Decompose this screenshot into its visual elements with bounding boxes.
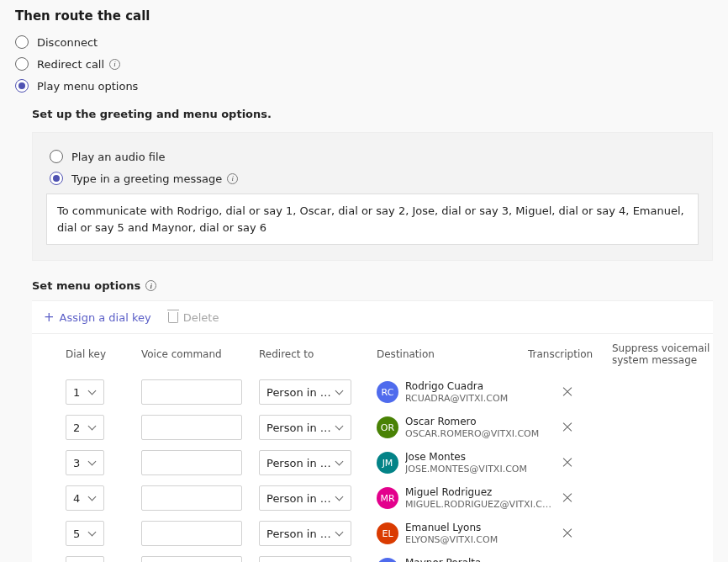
destination-cell: RCRodrigo CuadraRCUADRA@VITXI.COM (377, 380, 553, 405)
redirect-to-value: Person in or... (266, 492, 334, 505)
destination-name: Rodrigo Cuadra (405, 380, 508, 393)
destination-cell: MPMaynor PeraltaMAYNOR@VITXI.COM (377, 557, 553, 562)
redirect-to-value: Person in or... (266, 422, 334, 434)
greeting-option-audio[interactable]: Play an audio file (50, 150, 699, 163)
dial-key-value: 2 (73, 422, 80, 434)
greeting-option-label: Type in a greeting message (71, 172, 222, 185)
voice-command-input[interactable] (141, 415, 242, 440)
delete-button[interactable]: Delete (168, 311, 219, 324)
avatar: MR (377, 487, 398, 509)
redirect-to-select[interactable]: Person in or... (259, 450, 351, 475)
clear-destination-button[interactable] (562, 386, 573, 398)
destination-cell: MRMiguel RodriguezMIGUEL.RODRIGUEZ@VITXI… (377, 486, 553, 511)
info-icon[interactable]: i (227, 173, 238, 184)
destination-email: MIGUEL.RODRIGUEZ@VITXI.COM (405, 499, 553, 511)
table-row: 5Person in or...ELEmanuel LyonsELYONS@VI… (32, 516, 713, 551)
destination-name: Maynor Peralta (405, 557, 503, 562)
clear-destination-button[interactable] (562, 528, 573, 539)
info-icon[interactable]: i (109, 59, 120, 70)
avatar: EL (377, 522, 398, 544)
redirect-to-value: Person in or... (266, 386, 334, 399)
avatar: MP (377, 558, 398, 562)
col-suppress-label: Suppress voicemail system message (612, 342, 728, 366)
destination-name: Emanuel Lyons (405, 522, 498, 534)
redirect-to-select[interactable]: Person in or... (259, 485, 351, 511)
redirect-to-select[interactable]: Person in or... (259, 415, 351, 440)
dial-key-value: 5 (73, 528, 80, 540)
voice-command-input[interactable] (141, 379, 242, 405)
col-voice-command: Voice command (141, 348, 251, 360)
destination-name: Oscar Romero (405, 416, 539, 428)
chevron-down-icon (88, 531, 97, 536)
route-option-disconnect[interactable]: Disconnect (15, 35, 713, 49)
chevron-down-icon (88, 425, 97, 430)
redirect-to-select[interactable]: Person in or... (259, 379, 351, 405)
greeting-section-title: Set up the greeting and menu options. (32, 108, 713, 120)
chevron-down-icon (335, 425, 344, 430)
dial-key-value: 3 (73, 457, 80, 469)
chevron-down-icon (335, 460, 344, 465)
page-title: Then route the call (15, 8, 713, 24)
destination-name: Jose Montes (405, 451, 527, 464)
radio-icon (15, 35, 29, 49)
table-row: 4Person in or...MRMiguel RodriguezMIGUEL… (32, 480, 713, 516)
destination-email: OSCAR.ROMERO@VITXI.COM (405, 428, 539, 440)
clear-destination-button[interactable] (562, 457, 573, 469)
info-icon[interactable]: i (145, 280, 156, 291)
dial-key-select[interactable]: 5 (66, 521, 104, 546)
dial-key-select[interactable]: 2 (66, 415, 104, 440)
destination-email: ELYONS@VITXI.COM (405, 534, 498, 546)
col-destination: Destination (377, 348, 520, 360)
radio-icon (50, 150, 63, 163)
route-option-play-menu[interactable]: Play menu options (15, 79, 713, 93)
destination-cell: JMJose MontesJOSE.MONTES@VITXI.COM (377, 451, 553, 475)
menu-options-table: Dial key Voice command Redirect to Desti… (32, 333, 713, 562)
redirect-to-value: Person in or... (266, 528, 334, 540)
assign-dial-key-button[interactable]: Assign a dial key (44, 310, 151, 325)
greeting-text-input[interactable]: To communicate with Rodrigo, dial or say… (46, 194, 699, 245)
radio-icon (50, 172, 63, 185)
redirect-to-select[interactable]: Person in or... (259, 521, 351, 546)
dial-key-value: 1 (73, 386, 80, 399)
chevron-down-icon (335, 390, 344, 395)
col-dial-key: Dial key (66, 348, 133, 360)
table-header-row: Dial key Voice command Redirect to Desti… (32, 334, 713, 374)
dial-key-select[interactable]: 6 (66, 556, 104, 562)
route-option-label: Play menu options (37, 80, 138, 93)
destination-email: RCUADRA@VITXI.COM (405, 393, 508, 405)
voice-command-input[interactable] (141, 556, 242, 562)
destination-cell: ELEmanuel LyonsELYONS@VITXI.COM (377, 522, 553, 546)
col-redirect-to: Redirect to (259, 348, 368, 360)
destination-cell: OROscar RomeroOSCAR.ROMERO@VITXI.COM (377, 416, 553, 440)
voice-command-input[interactable] (141, 485, 242, 511)
voice-command-input[interactable] (141, 521, 242, 546)
dial-key-select[interactable]: 3 (66, 450, 104, 475)
table-row: 3Person in or...JMJose MontesJOSE.MONTES… (32, 445, 713, 480)
radio-icon (15, 57, 29, 71)
avatar: JM (377, 452, 398, 474)
clear-destination-button[interactable] (562, 422, 573, 433)
route-option-redirect[interactable]: Redirect call i (15, 57, 713, 71)
greeting-option-label: Play an audio file (71, 151, 166, 163)
route-option-label: Redirect call (37, 58, 104, 71)
dial-key-select[interactable]: 1 (66, 379, 104, 405)
destination-text: Maynor PeraltaMAYNOR@VITXI.COM (405, 557, 503, 562)
route-option-label: Disconnect (37, 36, 98, 49)
destination-text: Miguel RodriguezMIGUEL.RODRIGUEZ@VITXI.C… (405, 486, 553, 511)
dial-key-value: 4 (73, 492, 80, 505)
destination-text: Emanuel LyonsELYONS@VITXI.COM (405, 522, 498, 546)
toolbar-button-label: Assign a dial key (60, 311, 151, 324)
toolbar-button-label: Delete (183, 311, 219, 324)
destination-email: JOSE.MONTES@VITXI.COM (405, 464, 527, 475)
table-row: 2Person in or...OROscar RomeroOSCAR.ROME… (32, 410, 713, 445)
greeting-option-type[interactable]: Type in a greeting message i (50, 172, 699, 185)
avatar: RC (377, 381, 398, 403)
plus-icon (44, 310, 55, 325)
clear-destination-button[interactable] (562, 492, 573, 504)
voice-command-input[interactable] (141, 450, 242, 475)
chevron-down-icon (88, 496, 97, 501)
chevron-down-icon (88, 390, 97, 395)
dial-key-select[interactable]: 4 (66, 485, 104, 511)
destination-text: Rodrigo CuadraRCUADRA@VITXI.COM (405, 380, 508, 405)
redirect-to-select[interactable]: Person in or... (259, 556, 351, 562)
